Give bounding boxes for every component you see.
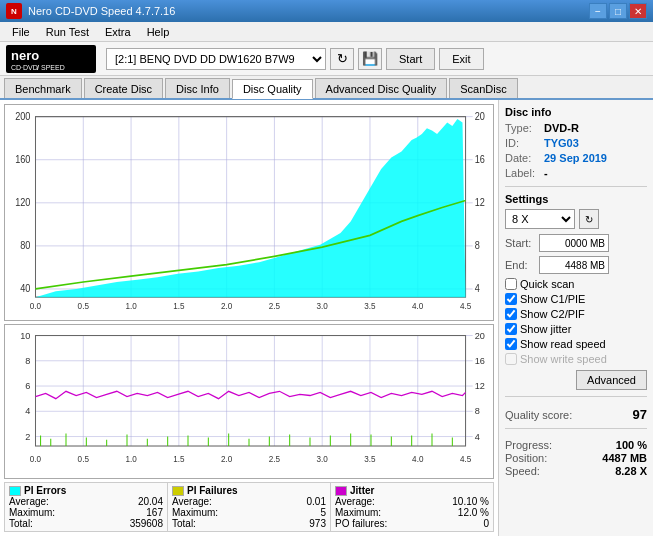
start-button[interactable]: Start <box>386 48 435 70</box>
svg-text:12: 12 <box>475 197 485 209</box>
refresh-icon[interactable]: ↻ <box>330 48 354 70</box>
svg-text:4: 4 <box>475 283 481 295</box>
lower-chart: 10 8 6 4 2 20 16 12 8 4 0.0 0.5 1.0 1.5 … <box>4 324 494 479</box>
menu-help[interactable]: Help <box>139 24 178 40</box>
tab-scandisc[interactable]: ScanDisc <box>449 78 517 98</box>
show-c1pie-label: Show C1/PIE <box>520 293 585 305</box>
svg-text:16: 16 <box>475 356 485 366</box>
advanced-button[interactable]: Advanced <box>576 370 647 390</box>
exit-button[interactable]: Exit <box>439 48 483 70</box>
svg-text:0.5: 0.5 <box>78 455 90 464</box>
svg-text:4.0: 4.0 <box>412 455 424 464</box>
pi-errors-max: 167 <box>146 507 163 518</box>
main-content: 200 160 120 80 40 20 16 12 8 4 0.0 0.5 1… <box>0 100 653 536</box>
quick-scan-label: Quick scan <box>520 278 574 290</box>
svg-text:8: 8 <box>475 407 480 417</box>
quick-scan-checkbox[interactable] <box>505 278 517 290</box>
menu-extra[interactable]: Extra <box>97 24 139 40</box>
svg-text:80: 80 <box>20 240 31 252</box>
svg-text:2.5: 2.5 <box>269 455 281 464</box>
quality-score-value: 97 <box>633 407 647 422</box>
quality-score-label: Quality score: <box>505 409 572 421</box>
nero-logo: nero CD·DVD/SPEED <box>6 45 96 73</box>
jitter-max: 12.0 % <box>458 507 489 518</box>
jitter-avg: 10.10 % <box>452 496 489 507</box>
type-value: DVD-R <box>544 122 579 134</box>
svg-text:10: 10 <box>20 331 30 341</box>
upper-chart: 200 160 120 80 40 20 16 12 8 4 0.0 0.5 1… <box>4 104 494 321</box>
maximize-button[interactable]: □ <box>609 3 627 19</box>
po-failures: 0 <box>483 518 489 529</box>
show-jitter-label: Show jitter <box>520 323 571 335</box>
svg-text:4: 4 <box>25 407 30 417</box>
menu-bar: File Run Test Extra Help <box>0 22 653 42</box>
position-value: 4487 MB <box>602 452 647 464</box>
speed-value: 8.28 X <box>615 465 647 477</box>
show-read-speed-checkbox[interactable] <box>505 338 517 350</box>
svg-text:3.0: 3.0 <box>317 300 328 311</box>
show-read-speed-label: Show read speed <box>520 338 606 350</box>
svg-text:2.0: 2.0 <box>221 300 232 311</box>
show-c2pif-label: Show C2/PIF <box>520 308 585 320</box>
end-input[interactable] <box>539 256 609 274</box>
svg-text:2.5: 2.5 <box>269 300 280 311</box>
svg-text:8: 8 <box>475 240 481 252</box>
progress-value: 100 % <box>616 439 647 451</box>
progress-label: Progress: <box>505 439 552 451</box>
tab-disc-quality[interactable]: Disc Quality <box>232 79 313 99</box>
minimize-button[interactable]: − <box>589 3 607 19</box>
svg-text:0.5: 0.5 <box>78 300 89 311</box>
start-input[interactable] <box>539 234 609 252</box>
svg-text:20: 20 <box>475 111 486 123</box>
svg-text:3.5: 3.5 <box>364 300 375 311</box>
settings-refresh-icon[interactable]: ↻ <box>579 209 599 229</box>
label-value: - <box>544 167 548 179</box>
title-bar: N Nero CD-DVD Speed 4.7.7.16 − □ ✕ <box>0 0 653 22</box>
svg-text:8: 8 <box>25 356 30 366</box>
show-c1pie-checkbox[interactable] <box>505 293 517 305</box>
menu-file[interactable]: File <box>4 24 38 40</box>
date-label: Date: <box>505 152 540 164</box>
svg-text:6: 6 <box>25 381 30 391</box>
menu-run-test[interactable]: Run Test <box>38 24 97 40</box>
tabs-bar: Benchmark Create Disc Disc Info Disc Qua… <box>0 76 653 100</box>
show-c2pif-checkbox[interactable] <box>505 308 517 320</box>
svg-text:0.0: 0.0 <box>30 455 42 464</box>
svg-text:nero: nero <box>11 48 39 63</box>
tab-create-disc[interactable]: Create Disc <box>84 78 163 98</box>
type-label: Type: <box>505 122 540 134</box>
pi-errors-total: 359608 <box>130 518 163 529</box>
close-button[interactable]: ✕ <box>629 3 647 19</box>
end-label: End: <box>505 259 535 271</box>
drive-select[interactable]: [2:1] BENQ DVD DD DW1620 B7W9 <box>106 48 326 70</box>
show-write-speed-checkbox[interactable] <box>505 353 517 365</box>
settings-title: Settings <box>505 193 647 205</box>
svg-text:SPEED: SPEED <box>41 64 65 71</box>
speed-select[interactable]: 8 X <box>505 209 575 229</box>
pi-failures-total: 973 <box>309 518 326 529</box>
svg-text:1.0: 1.0 <box>125 300 136 311</box>
legend-jitter: Jitter <box>350 485 374 496</box>
tab-benchmark[interactable]: Benchmark <box>4 78 82 98</box>
svg-text:4.5: 4.5 <box>460 455 472 464</box>
right-panel: Disc info Type: DVD-R ID: TYG03 Date: 29… <box>498 100 653 536</box>
svg-text:12: 12 <box>475 381 485 391</box>
title-text: Nero CD-DVD Speed 4.7.7.16 <box>28 5 175 17</box>
svg-text:2: 2 <box>25 432 30 442</box>
svg-text:40: 40 <box>20 283 31 295</box>
pi-failures-max: 5 <box>320 507 326 518</box>
tab-disc-info[interactable]: Disc Info <box>165 78 230 98</box>
chart-area: 200 160 120 80 40 20 16 12 8 4 0.0 0.5 1… <box>0 100 498 536</box>
save-icon[interactable]: 💾 <box>358 48 382 70</box>
label-label: Label: <box>505 167 540 179</box>
position-label: Position: <box>505 452 547 464</box>
pi-errors-avg: 20.04 <box>138 496 163 507</box>
svg-text:120: 120 <box>15 197 31 209</box>
id-label: ID: <box>505 137 540 149</box>
svg-text:4.5: 4.5 <box>460 300 471 311</box>
tab-advanced-disc-quality[interactable]: Advanced Disc Quality <box>315 78 448 98</box>
svg-text:0.0: 0.0 <box>30 300 41 311</box>
svg-text:1.5: 1.5 <box>173 455 185 464</box>
svg-text:16: 16 <box>475 154 486 166</box>
show-jitter-checkbox[interactable] <box>505 323 517 335</box>
